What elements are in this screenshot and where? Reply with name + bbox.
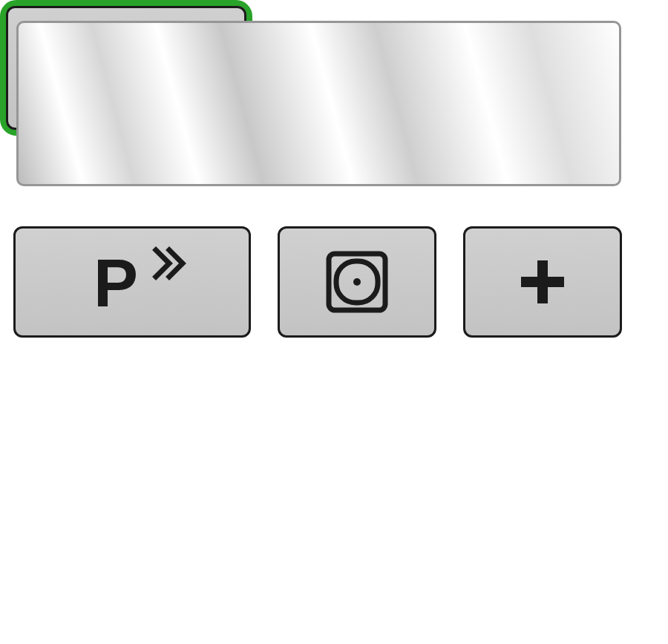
program-button[interactable]: P — [13, 226, 251, 338]
fast-forward-chevrons-icon — [156, 250, 183, 277]
rounded-square-dot-icon — [324, 249, 390, 315]
svg-point-3 — [353, 278, 361, 286]
program-icon: P — [58, 241, 206, 323]
display-window — [16, 21, 621, 186]
control-panel: P — [0, 0, 668, 644]
safe-button[interactable] — [278, 226, 436, 338]
svg-rect-5 — [521, 277, 564, 287]
svg-text:P: P — [94, 246, 138, 321]
plus-button[interactable] — [463, 226, 622, 338]
plus-icon — [517, 256, 569, 308]
